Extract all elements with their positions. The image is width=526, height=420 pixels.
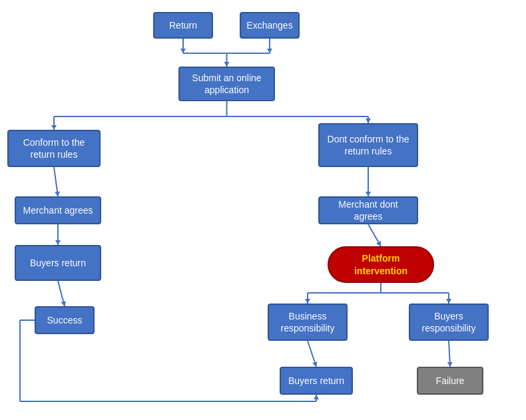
svg-marker-32 bbox=[312, 361, 318, 367]
svg-line-15 bbox=[54, 167, 58, 196]
svg-marker-28 bbox=[305, 299, 310, 304]
node-buyers_return_left: Buyers return bbox=[15, 245, 101, 281]
svg-marker-2 bbox=[180, 49, 186, 53]
svg-marker-16 bbox=[55, 192, 60, 196]
svg-marker-22 bbox=[366, 192, 371, 196]
node-return: Return bbox=[153, 12, 213, 39]
svg-marker-14 bbox=[366, 118, 371, 123]
node-dont_conform: Dont conform to the return rules bbox=[318, 123, 418, 167]
svg-marker-20 bbox=[61, 301, 66, 306]
svg-line-23 bbox=[368, 224, 381, 246]
node-submit: Submit an online application bbox=[178, 67, 275, 101]
node-merchant_dont: Merchant dont agrees bbox=[318, 196, 418, 224]
node-conform: Conform to the return rules bbox=[7, 130, 101, 167]
node-failure: Failure bbox=[417, 367, 483, 395]
node-exchanges: Exchanges bbox=[240, 12, 300, 39]
svg-marker-34 bbox=[447, 362, 453, 367]
svg-marker-5 bbox=[267, 49, 272, 53]
svg-marker-18 bbox=[55, 240, 61, 245]
svg-line-19 bbox=[58, 281, 65, 306]
flowchart-diagram: ReturnExchangesSubmit an online applicat… bbox=[0, 0, 526, 420]
svg-marker-30 bbox=[446, 299, 451, 304]
node-merchant_agrees: Merchant agrees bbox=[15, 196, 101, 224]
node-buyers_return_mid: Buyers return bbox=[280, 367, 353, 395]
node-buyers_resp: Buyers responsibility bbox=[409, 304, 489, 341]
svg-marker-24 bbox=[376, 241, 381, 246]
svg-line-33 bbox=[449, 341, 450, 367]
svg-marker-7 bbox=[224, 62, 230, 67]
node-platform: Platform intervention bbox=[328, 246, 434, 283]
node-business_resp: Business responsibility bbox=[268, 304, 348, 341]
svg-line-31 bbox=[308, 341, 316, 367]
node-success: Success bbox=[35, 306, 95, 334]
svg-marker-39 bbox=[314, 395, 319, 399]
svg-marker-11 bbox=[51, 125, 57, 130]
